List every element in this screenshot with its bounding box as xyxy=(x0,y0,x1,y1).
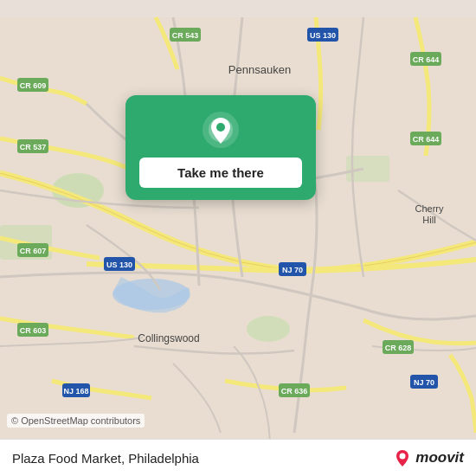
svg-text:CR 603: CR 603 xyxy=(20,326,47,335)
svg-text:CR 609: CR 609 xyxy=(20,81,47,90)
map-background: CR 543 US 130 CR 644 CR 609 CR 644 CR 53… xyxy=(0,0,476,476)
svg-text:CR 543: CR 543 xyxy=(172,31,199,40)
take-me-there-button[interactable]: Take me there xyxy=(139,158,302,188)
moovit-pin-icon xyxy=(393,448,412,467)
svg-text:CR 537: CR 537 xyxy=(20,143,47,151)
svg-text:US 130: US 130 xyxy=(310,31,336,40)
map-attribution: © OpenStreetMap contributors xyxy=(7,414,145,428)
bottom-bar: Plaza Food Market, Philadelphia moovit xyxy=(0,439,476,476)
moovit-brand-text: moovit xyxy=(415,449,464,466)
map-container: CR 543 US 130 CR 644 CR 609 CR 644 CR 53… xyxy=(0,0,476,476)
popup-card: Take me there xyxy=(125,95,316,200)
svg-text:CR 607: CR 607 xyxy=(20,247,47,255)
svg-text:Collingswood: Collingswood xyxy=(138,332,199,344)
svg-text:CR 636: CR 636 xyxy=(281,387,308,396)
svg-text:CR 644: CR 644 xyxy=(413,135,440,144)
svg-point-40 xyxy=(216,123,225,132)
svg-text:NJ 70: NJ 70 xyxy=(414,378,434,387)
svg-text:Hill: Hill xyxy=(422,215,435,225)
svg-text:CR 644: CR 644 xyxy=(413,55,440,64)
place-name: Plaza Food Market, Philadelphia xyxy=(12,451,199,466)
svg-point-41 xyxy=(400,453,406,460)
moovit-logo: moovit xyxy=(393,448,464,467)
svg-text:Cherry: Cherry xyxy=(415,203,444,214)
svg-point-4 xyxy=(247,316,290,342)
svg-text:CR 628: CR 628 xyxy=(385,344,412,352)
svg-text:Pennsauken: Pennsauken xyxy=(228,63,291,76)
svg-text:NJ 168: NJ 168 xyxy=(63,387,88,396)
svg-text:NJ 70: NJ 70 xyxy=(282,266,303,274)
svg-text:US 130: US 130 xyxy=(106,261,132,269)
location-pin-icon xyxy=(202,111,240,149)
